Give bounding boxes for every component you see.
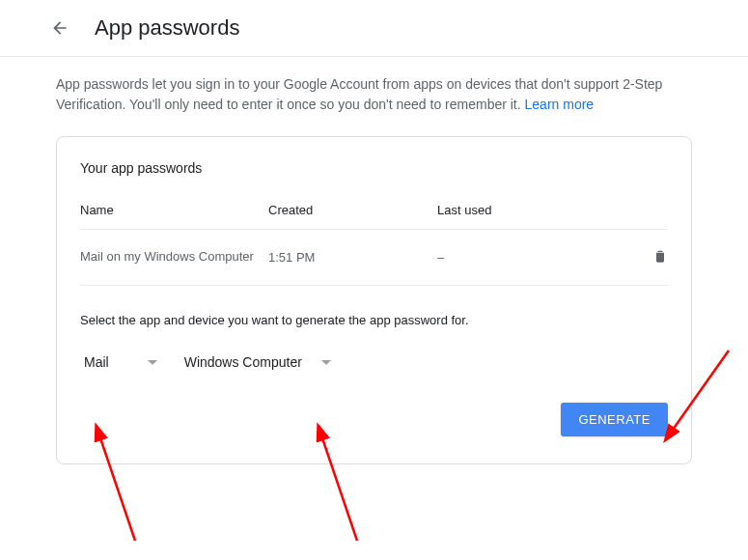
table-row: Mail on my Windows Computer 1:51 PM – [80,230,668,286]
select-app[interactable]: Mail [80,349,161,376]
col-name: Name [80,203,268,217]
back-arrow-icon[interactable] [48,16,71,40]
generate-row: GENERATE [80,403,668,436]
table-header: Name Created Last used [80,203,668,230]
trash-icon [652,247,668,265]
select-app-label: Mail [84,354,109,370]
row-created: 1:51 PM [268,250,437,265]
app-passwords-card: Your app passwords Name Created Last use… [56,136,692,464]
selects-row: Mail Windows Computer [80,349,668,376]
chevron-down-icon [148,360,157,365]
page-header: App passwords [0,0,748,57]
col-created: Created [268,203,437,217]
page-title: App passwords [95,15,239,41]
select-device[interactable]: Windows Computer [180,349,335,376]
row-lastused: – [437,250,639,265]
card-title: Your app passwords [80,160,668,176]
chevron-down-icon [321,360,331,365]
delete-button[interactable] [639,247,668,267]
instruction-text: Select the app and device you want to ge… [80,313,668,327]
learn-more-link[interactable]: Learn more [525,97,595,112]
description-text: App passwords let you sign in to your Go… [0,57,748,115]
select-device-label: Windows Computer [184,354,302,370]
row-name: Mail on my Windows Computer [80,248,268,266]
col-lastused: Last used [437,203,668,217]
generate-button[interactable]: GENERATE [561,403,668,436]
